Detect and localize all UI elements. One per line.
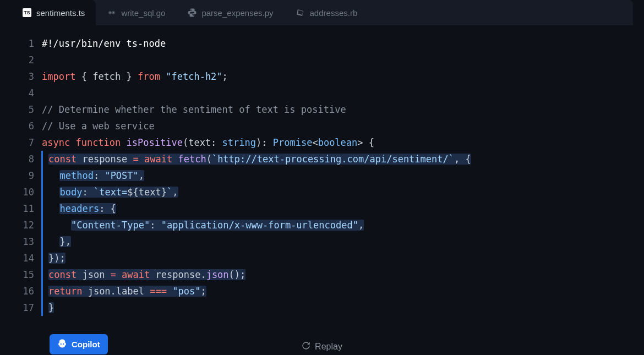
code-content: import { fetch } from "fetch-h2"; [42, 68, 633, 85]
code-content: headers: { [42, 200, 633, 217]
code-content: // Determine whether the sentiment of te… [42, 101, 633, 118]
copilot-badge[interactable]: Copilot [50, 334, 108, 354]
code-content: }); [42, 250, 633, 266]
line-number: 11 [11, 200, 42, 217]
editor-window: TS sentiments.ts write_sql.go parse_expe… [11, 0, 633, 343]
code-content: return json.label === "pos"; [42, 283, 633, 299]
tab-label: addresses.rb [310, 8, 358, 18]
replay-icon [302, 341, 310, 352]
line-number: 10 [11, 184, 42, 200]
tab-label: write_sql.go [121, 8, 165, 18]
line-number: 3 [11, 68, 42, 85]
line-number: 5 [11, 101, 42, 118]
code-content: "Content-Type": "application/x-www-form-… [42, 217, 633, 233]
line-number: 6 [11, 118, 42, 134]
go-icon [107, 8, 117, 18]
line-number: 4 [11, 85, 42, 101]
line-number: 8 [11, 151, 42, 167]
code-content: body: `text=${text}`, [42, 184, 633, 200]
code-line: 3 import { fetch } from "fetch-h2"; [11, 68, 633, 85]
tab-bar: TS sentiments.ts write_sql.go parse_expe… [11, 0, 633, 25]
code-line: 17 } [11, 299, 633, 316]
line-number: 14 [11, 250, 42, 266]
code-content: const response = await fetch(`http://tex… [42, 151, 633, 167]
replay-label: Replay [315, 342, 342, 352]
tab-label: sentiments.ts [36, 8, 85, 18]
copilot-label: Copilot [72, 340, 100, 349]
copilot-icon [57, 338, 67, 350]
code-editor[interactable]: 1 #!/usr/bin/env ts-node 2 3 import { fe… [11, 25, 633, 343]
code-line: 8 const response = await fetch(`http://t… [11, 151, 633, 167]
code-line: 4 [11, 85, 633, 101]
line-number: 16 [11, 283, 42, 299]
line-number: 13 [11, 233, 42, 250]
code-content [42, 52, 633, 68]
tab-sentiments[interactable]: TS sentiments.ts [11, 0, 96, 25]
tab-label: parse_expenses.py [201, 8, 273, 18]
code-line: 14 }); [11, 250, 633, 266]
code-content: }, [42, 233, 633, 250]
code-line: 15 const json = await response.json(); [11, 266, 633, 283]
code-line: 6 // Use a web service [11, 118, 633, 134]
code-line: 10 body: `text=${text}`, [11, 184, 633, 200]
code-content: const json = await response.json(); [42, 266, 633, 283]
line-number: 15 [11, 266, 42, 283]
line-number: 1 [11, 35, 42, 52]
code-content [42, 85, 633, 101]
code-line: 2 [11, 52, 633, 68]
python-icon [187, 8, 197, 18]
tab-parse-expenses[interactable]: parse_expenses.py [176, 0, 284, 25]
code-line: 12 "Content-Type": "application/x-www-fo… [11, 217, 633, 233]
code-line: 1 #!/usr/bin/env ts-node [11, 35, 633, 52]
line-number: 9 [11, 167, 42, 184]
code-content: // Use a web service [42, 118, 633, 134]
line-number: 7 [11, 134, 42, 151]
code-content: #!/usr/bin/env ts-node [42, 35, 633, 52]
line-number: 17 [11, 299, 42, 316]
line-number: 12 [11, 217, 42, 233]
code-line: 16 return json.label === "pos"; [11, 283, 633, 299]
code-line: 11 headers: { [11, 200, 633, 217]
code-line: 9 method: "POST", [11, 167, 633, 184]
tab-write-sql[interactable]: write_sql.go [96, 0, 176, 25]
code-content: } [42, 299, 633, 316]
line-number: 2 [11, 52, 42, 68]
code-line: 7 async function isPositive(text: string… [11, 134, 633, 151]
code-line: 13 }, [11, 233, 633, 250]
code-content: method: "POST", [42, 167, 633, 184]
typescript-icon: TS [22, 8, 32, 18]
code-line: 5 // Determine whether the sentiment of … [11, 101, 633, 118]
code-content: async function isPositive(text: string):… [42, 134, 633, 151]
tab-addresses[interactable]: addresses.rb [285, 0, 369, 25]
ruby-icon [296, 8, 305, 18]
